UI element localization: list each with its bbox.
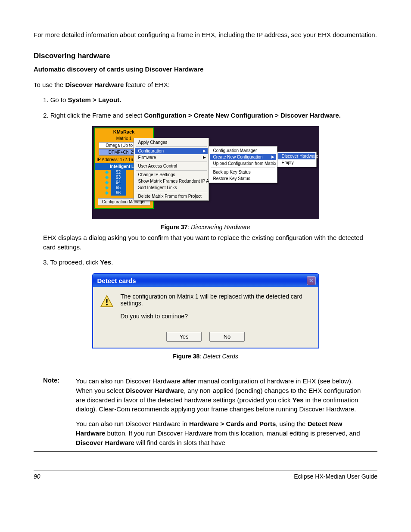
note-block: Note: You can also run Discover Hardware… xyxy=(34,372,377,452)
footer-title: Eclipse HX-Median User Guide xyxy=(294,473,377,480)
figure-2-dialog: Detect cards ✕ The configuration on Matr… xyxy=(92,273,319,348)
chevron-right-icon: ▶ xyxy=(203,155,206,159)
no-button[interactable]: No xyxy=(209,332,245,342)
menu-restore-key-status[interactable]: Restore Key Status xyxy=(210,175,276,182)
intro-p3: To use the Discover Hardware feature of … xyxy=(34,80,377,90)
dialog-message-1: The configuration on Matrix 1 will be re… xyxy=(121,293,311,307)
step-1: 1. Go to System > Layout. xyxy=(43,95,377,105)
menu-change-ip[interactable]: Change IP Settings xyxy=(135,171,208,178)
diamond-icon xyxy=(105,191,108,195)
step-3: 3. To proceed, click Yes. xyxy=(43,258,377,267)
dialog-title: Detect cards xyxy=(97,277,136,284)
footer-page: 90 xyxy=(34,473,40,480)
dialog-titlebar: Detect cards ✕ xyxy=(93,274,318,287)
dialog-message-2: Do you wish to continue? xyxy=(121,313,311,320)
menu-apply-changes[interactable]: Apply Changes xyxy=(135,139,208,146)
menu-delete-frame[interactable]: Delete Matrix Frame from Project xyxy=(135,193,208,199)
chevron-right-icon: ▶ xyxy=(271,155,274,159)
heading-discovering-hardware: Discovering hardware xyxy=(34,52,377,60)
figure-2-caption: Figure 38: Detect Cards xyxy=(34,353,377,360)
note-label: Note: xyxy=(43,376,67,447)
diamond-icon xyxy=(105,176,108,179)
page-footer: 90 Eclipse HX-Median User Guide xyxy=(34,470,377,480)
context-menu-2: Configuration Manager Create New Configu… xyxy=(209,146,277,183)
svg-rect-1 xyxy=(106,299,107,303)
note-text: You can also run Discover Hardware after… xyxy=(76,376,368,447)
diamond-icon xyxy=(105,181,108,184)
subheading-auto-discovery: Automatic discovery of cards using Disco… xyxy=(34,65,377,74)
menu-show-redundant-ip[interactable]: Show Matrix Frames Redundant IP Address xyxy=(135,178,208,184)
menu-empty[interactable]: Empty xyxy=(278,159,315,166)
menu-firmware[interactable]: Firmware▶ xyxy=(135,154,208,161)
svg-point-2 xyxy=(106,304,108,305)
menu-backup-key-status[interactable]: Back up Key Status xyxy=(210,169,276,175)
menu-upload-config[interactable]: Upload Configuration from Matrix Frame xyxy=(210,160,276,167)
context-menu-3: Discover Hardware Empty xyxy=(277,152,317,167)
figure-1-caption: Figure 37: Discovering Hardware xyxy=(34,224,377,230)
chevron-right-icon: ▶ xyxy=(203,149,206,153)
close-icon[interactable]: ✕ xyxy=(307,276,316,285)
between-p1: EHX displays a dialog asking you to conf… xyxy=(43,233,377,252)
warning-icon xyxy=(100,295,114,308)
menu-user-access-control[interactable]: User Access Control xyxy=(135,163,208,169)
yes-button[interactable]: Yes xyxy=(166,332,202,342)
context-menu-1: Apply Changes Configuration▶ Firmware▶ U… xyxy=(134,138,209,201)
diamond-icon xyxy=(105,186,108,190)
intro-p1: For more detailed information about conf… xyxy=(34,30,377,40)
rack-title: KMsRack xyxy=(95,128,153,135)
menu-sort-links[interactable]: Sort Intelligent Links xyxy=(135,184,208,191)
step-2: 2. Right click the Frame and select Conf… xyxy=(43,111,377,120)
diamond-icon xyxy=(105,171,108,174)
menu-discover-hardware[interactable]: Discover Hardware xyxy=(278,153,315,159)
menu-cfg-manager[interactable]: Configuration Manager xyxy=(210,147,276,154)
menu-configuration[interactable]: Configuration▶ xyxy=(135,148,208,154)
figure-1-context-menu: KMsRack Matrix 1 Omega (Up to 15 c DTMF+… xyxy=(92,126,319,219)
menu-create-new-config[interactable]: Create New Configuration▶ xyxy=(210,154,276,160)
